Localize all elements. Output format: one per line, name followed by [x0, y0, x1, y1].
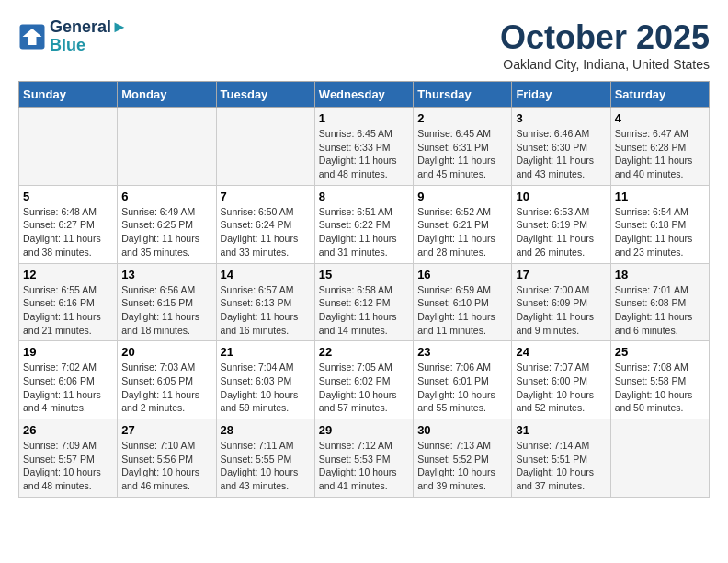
day-info: Sunrise: 6:55 AM Sunset: 6:16 PM Dayligh… — [23, 283, 113, 338]
day-info: Sunrise: 6:46 AM Sunset: 6:30 PM Dayligh… — [516, 127, 606, 181]
day-info: Sunrise: 6:45 AM Sunset: 6:33 PM Dayligh… — [319, 127, 409, 181]
day-info: Sunrise: 7:14 AM Sunset: 5:51 PM Dayligh… — [516, 439, 606, 493]
calendar-cell — [118, 108, 216, 186]
calendar-cell: 9Sunrise: 6:52 AM Sunset: 6:21 PM Daylig… — [414, 185, 512, 263]
day-info: Sunrise: 6:49 AM Sunset: 6:25 PM Dayligh… — [121, 205, 211, 259]
day-number: 5 — [23, 190, 113, 203]
calendar-week-1: 1Sunrise: 6:45 AM Sunset: 6:33 PM Daylig… — [19, 108, 710, 186]
calendar-week-4: 19Sunrise: 7:02 AM Sunset: 6:06 PM Dayli… — [19, 341, 710, 419]
day-info: Sunrise: 7:08 AM Sunset: 5:58 PM Dayligh… — [615, 361, 705, 415]
day-number: 22 — [319, 345, 409, 359]
calendar-header-row: SundayMondayTuesdayWednesdayThursdayFrid… — [19, 82, 710, 108]
day-info: Sunrise: 6:57 AM Sunset: 6:13 PM Dayligh… — [221, 283, 311, 338]
calendar-cell: 22Sunrise: 7:05 AM Sunset: 6:02 PM Dayli… — [314, 341, 413, 419]
calendar-cell: 23Sunrise: 7:06 AM Sunset: 6:01 PM Dayli… — [414, 341, 512, 419]
day-number: 24 — [516, 345, 606, 359]
day-info: Sunrise: 7:10 AM Sunset: 5:56 PM Dayligh… — [121, 439, 211, 493]
calendar-week-5: 26Sunrise: 7:09 AM Sunset: 5:57 PM Dayli… — [19, 419, 710, 498]
calendar-cell: 10Sunrise: 6:53 AM Sunset: 6:19 PM Dayli… — [512, 185, 610, 263]
day-info: Sunrise: 7:07 AM Sunset: 6:00 PM Dayligh… — [516, 361, 606, 415]
day-header-tuesday: Tuesday — [216, 82, 314, 108]
calendar-cell: 18Sunrise: 7:01 AM Sunset: 6:08 PM Dayli… — [610, 263, 709, 341]
day-number: 9 — [417, 190, 507, 203]
day-info: Sunrise: 7:11 AM Sunset: 5:55 PM Dayligh… — [221, 439, 311, 493]
day-number: 31 — [516, 423, 606, 437]
calendar-cell: 27Sunrise: 7:10 AM Sunset: 5:56 PM Dayli… — [118, 419, 216, 498]
day-info: Sunrise: 7:12 AM Sunset: 5:53 PM Dayligh… — [319, 439, 409, 493]
day-header-wednesday: Wednesday — [314, 82, 413, 108]
calendar-cell: 8Sunrise: 6:51 AM Sunset: 6:22 PM Daylig… — [314, 185, 413, 263]
calendar-cell: 2Sunrise: 6:45 AM Sunset: 6:31 PM Daylig… — [414, 108, 512, 186]
day-info: Sunrise: 6:59 AM Sunset: 6:10 PM Dayligh… — [417, 283, 507, 338]
day-number: 15 — [319, 268, 409, 282]
day-info: Sunrise: 7:09 AM Sunset: 5:57 PM Dayligh… — [23, 439, 113, 493]
day-number: 28 — [221, 423, 311, 437]
day-number: 20 — [121, 345, 211, 359]
day-number: 6 — [121, 190, 211, 203]
day-info: Sunrise: 7:00 AM Sunset: 6:09 PM Dayligh… — [516, 283, 606, 338]
calendar-cell: 20Sunrise: 7:03 AM Sunset: 6:05 PM Dayli… — [118, 341, 216, 419]
calendar-cell: 13Sunrise: 6:56 AM Sunset: 6:15 PM Dayli… — [118, 263, 216, 341]
day-info: Sunrise: 6:53 AM Sunset: 6:19 PM Dayligh… — [516, 205, 606, 259]
day-info: Sunrise: 7:02 AM Sunset: 6:06 PM Dayligh… — [23, 361, 113, 415]
day-info: Sunrise: 7:06 AM Sunset: 6:01 PM Dayligh… — [417, 361, 507, 415]
day-info: Sunrise: 7:04 AM Sunset: 6:03 PM Dayligh… — [221, 361, 311, 415]
day-info: Sunrise: 6:52 AM Sunset: 6:21 PM Dayligh… — [417, 205, 507, 259]
day-number: 29 — [319, 423, 409, 437]
day-number: 18 — [615, 268, 705, 282]
logo: General► Blue — [18, 18, 128, 55]
day-header-sunday: Sunday — [19, 82, 118, 108]
day-info: Sunrise: 6:47 AM Sunset: 6:28 PM Dayligh… — [615, 127, 705, 181]
day-number: 13 — [121, 268, 211, 282]
day-header-friday: Friday — [512, 82, 610, 108]
calendar-cell: 4Sunrise: 6:47 AM Sunset: 6:28 PM Daylig… — [610, 108, 709, 186]
calendar-cell: 26Sunrise: 7:09 AM Sunset: 5:57 PM Dayli… — [19, 419, 118, 498]
calendar-cell — [216, 108, 314, 186]
calendar-cell: 29Sunrise: 7:12 AM Sunset: 5:53 PM Dayli… — [314, 419, 413, 498]
day-number: 25 — [615, 345, 705, 359]
calendar-cell: 16Sunrise: 6:59 AM Sunset: 6:10 PM Dayli… — [414, 263, 512, 341]
calendar-cell: 14Sunrise: 6:57 AM Sunset: 6:13 PM Dayli… — [216, 263, 314, 341]
calendar-cell — [19, 108, 118, 186]
calendar-cell: 15Sunrise: 6:58 AM Sunset: 6:12 PM Dayli… — [314, 263, 413, 341]
day-number: 2 — [417, 111, 507, 125]
day-info: Sunrise: 7:03 AM Sunset: 6:05 PM Dayligh… — [121, 361, 211, 415]
calendar-cell — [610, 419, 709, 498]
logo-icon — [18, 23, 46, 51]
calendar-body: 1Sunrise: 6:45 AM Sunset: 6:33 PM Daylig… — [19, 108, 710, 498]
day-info: Sunrise: 6:50 AM Sunset: 6:24 PM Dayligh… — [221, 205, 311, 259]
calendar-cell: 3Sunrise: 6:46 AM Sunset: 6:30 PM Daylig… — [512, 108, 610, 186]
day-number: 30 — [417, 423, 507, 437]
calendar-cell: 5Sunrise: 6:48 AM Sunset: 6:27 PM Daylig… — [19, 185, 118, 263]
day-number: 12 — [23, 268, 113, 282]
day-number: 1 — [319, 111, 409, 125]
calendar-cell: 1Sunrise: 6:45 AM Sunset: 6:33 PM Daylig… — [314, 108, 413, 186]
day-header-monday: Monday — [118, 82, 216, 108]
day-info: Sunrise: 6:51 AM Sunset: 6:22 PM Dayligh… — [319, 205, 409, 259]
day-header-thursday: Thursday — [414, 82, 512, 108]
calendar-cell: 6Sunrise: 6:49 AM Sunset: 6:25 PM Daylig… — [118, 185, 216, 263]
calendar-week-2: 5Sunrise: 6:48 AM Sunset: 6:27 PM Daylig… — [19, 185, 710, 263]
day-number: 4 — [615, 111, 705, 125]
day-info: Sunrise: 7:05 AM Sunset: 6:02 PM Dayligh… — [319, 361, 409, 415]
calendar-cell: 12Sunrise: 6:55 AM Sunset: 6:16 PM Dayli… — [19, 263, 118, 341]
day-number: 3 — [516, 111, 606, 125]
day-number: 16 — [417, 268, 507, 282]
day-number: 27 — [121, 423, 211, 437]
day-number: 21 — [221, 345, 311, 359]
day-number: 11 — [615, 190, 705, 203]
calendar-week-3: 12Sunrise: 6:55 AM Sunset: 6:16 PM Dayli… — [19, 263, 710, 341]
calendar-cell: 30Sunrise: 7:13 AM Sunset: 5:52 PM Dayli… — [414, 419, 512, 498]
calendar-cell: 24Sunrise: 7:07 AM Sunset: 6:00 PM Dayli… — [512, 341, 610, 419]
day-info: Sunrise: 6:58 AM Sunset: 6:12 PM Dayligh… — [319, 283, 409, 338]
page-header: General► Blue October 2025 Oakland City,… — [18, 18, 710, 72]
calendar-cell: 17Sunrise: 7:00 AM Sunset: 6:09 PM Dayli… — [512, 263, 610, 341]
title-block: October 2025 Oakland City, Indiana, Unit… — [500, 18, 710, 72]
calendar-cell: 19Sunrise: 7:02 AM Sunset: 6:06 PM Dayli… — [19, 341, 118, 419]
day-info: Sunrise: 6:48 AM Sunset: 6:27 PM Dayligh… — [23, 205, 113, 259]
day-info: Sunrise: 7:13 AM Sunset: 5:52 PM Dayligh… — [417, 439, 507, 493]
day-info: Sunrise: 6:54 AM Sunset: 6:18 PM Dayligh… — [615, 205, 705, 259]
location: Oakland City, Indiana, United States — [500, 57, 710, 72]
day-number: 17 — [516, 268, 606, 282]
calendar-table: SundayMondayTuesdayWednesdayThursdayFrid… — [18, 81, 710, 498]
